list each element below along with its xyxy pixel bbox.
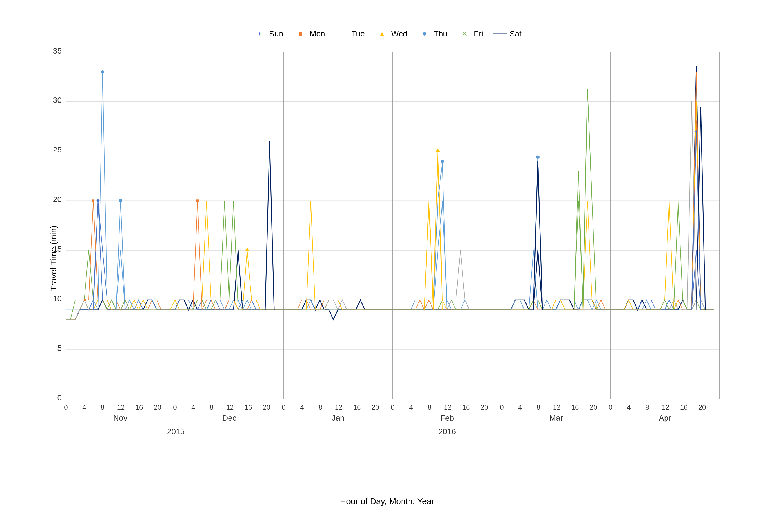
svg-text:Dec: Dec <box>222 414 236 422</box>
svg-text:10: 10 <box>53 294 62 303</box>
svg-text:0: 0 <box>64 404 67 411</box>
line-sun <box>66 157 714 320</box>
svg-line-102 <box>579 171 583 310</box>
legend-item-mon: Mon <box>293 29 325 38</box>
svg-text:16: 16 <box>680 404 688 411</box>
svg-line-95 <box>438 151 442 310</box>
svg-text:0: 0 <box>57 393 62 402</box>
svg-text:4: 4 <box>191 404 195 411</box>
line-thu <box>66 72 714 310</box>
svg-text:20: 20 <box>154 404 162 411</box>
line-fri <box>66 89 714 320</box>
svg-text:20: 20 <box>372 404 379 411</box>
legend-item-wed: Wed <box>375 29 407 38</box>
svg-text:12: 12 <box>117 404 125 411</box>
svg-text:4: 4 <box>82 404 86 411</box>
svg-text:16: 16 <box>136 404 143 411</box>
svg-line-100 <box>538 161 542 310</box>
legend-label-thu: Thu <box>434 29 447 38</box>
svg-text:12: 12 <box>226 404 234 411</box>
main-chart-svg: 35 30 25 20 15 10 5 0 0 4 8 12 16 <box>49 47 725 470</box>
svg-line-117 <box>116 201 121 310</box>
svg-line-118 <box>121 201 125 310</box>
svg-text:20: 20 <box>53 195 62 203</box>
svg-text:8: 8 <box>101 404 104 411</box>
legend-item-sat: Sat <box>493 29 521 38</box>
chart-legend: Sun Mon Tue Wed <box>49 29 725 38</box>
svg-text:Nov: Nov <box>113 414 127 422</box>
svg-text:Apr: Apr <box>659 414 671 422</box>
svg-text:Mar: Mar <box>549 414 563 422</box>
svg-text:4: 4 <box>300 404 304 411</box>
x-axis-label: Hour of Day, Month, Year <box>340 496 434 506</box>
svg-text:0: 0 <box>391 404 394 411</box>
svg-line-93 <box>433 151 438 310</box>
svg-text:20: 20 <box>481 404 488 411</box>
svg-text:8: 8 <box>645 404 649 411</box>
chart-container: Sun Mon Tue Wed <box>15 12 748 520</box>
svg-text:16: 16 <box>462 404 470 411</box>
svg-rect-83 <box>196 199 199 202</box>
svg-line-103 <box>583 89 588 310</box>
svg-text:16: 16 <box>571 404 579 411</box>
svg-line-92 <box>429 201 433 310</box>
svg-text:0: 0 <box>500 404 503 411</box>
legend-item-fri: Fri <box>458 29 483 38</box>
svg-text:16: 16 <box>353 404 361 411</box>
svg-rect-81 <box>92 199 94 202</box>
svg-text:35: 35 <box>53 47 62 55</box>
svg-line-86 <box>270 142 274 310</box>
line-tue <box>66 250 714 320</box>
svg-text:4: 4 <box>518 404 522 411</box>
svg-text:8: 8 <box>536 404 540 411</box>
svg-line-99 <box>533 161 538 310</box>
svg-rect-3 <box>299 32 302 36</box>
legend-label-sun: Sun <box>269 29 283 38</box>
legend-item-thu: Thu <box>418 29 447 38</box>
svg-text:12: 12 <box>444 404 452 411</box>
legend-label-tue: Tue <box>352 29 365 38</box>
svg-marker-1 <box>259 32 261 36</box>
svg-text:30: 30 <box>53 96 62 105</box>
svg-text:20: 20 <box>699 404 706 411</box>
svg-text:12: 12 <box>662 404 670 411</box>
svg-line-85 <box>265 142 270 310</box>
svg-marker-84 <box>245 248 249 251</box>
line-mon <box>66 72 714 320</box>
y-axis-label: Travel Time (min) <box>49 225 58 291</box>
chart-area: Travel Time (min) Hour of Day, Month, Ye… <box>49 47 725 470</box>
svg-text:2015: 2015 <box>167 427 184 436</box>
svg-text:0: 0 <box>282 404 285 411</box>
legend-item-sun: Sun <box>253 29 283 38</box>
legend-label-mon: Mon <box>310 29 325 38</box>
svg-text:8: 8 <box>427 404 431 411</box>
svg-line-91 <box>424 201 429 310</box>
svg-text:5: 5 <box>57 344 62 352</box>
svg-line-90 <box>442 161 447 310</box>
legend-label-sat: Sat <box>510 29 521 38</box>
svg-point-8 <box>423 32 426 36</box>
svg-text:12: 12 <box>553 404 561 411</box>
svg-text:0: 0 <box>608 404 612 411</box>
svg-text:8: 8 <box>318 404 322 411</box>
svg-text:Jan: Jan <box>332 414 344 422</box>
svg-text:8: 8 <box>210 404 213 411</box>
svg-text:4: 4 <box>409 404 413 411</box>
svg-text:4: 4 <box>627 404 631 411</box>
svg-text:2016: 2016 <box>438 427 456 436</box>
svg-text:12: 12 <box>335 404 343 411</box>
svg-text:0: 0 <box>173 404 177 411</box>
svg-line-101 <box>574 171 579 310</box>
svg-line-109 <box>701 107 705 310</box>
legend-item-tue: Tue <box>335 29 365 38</box>
svg-text:20: 20 <box>263 404 271 411</box>
svg-rect-82 <box>84 299 86 301</box>
legend-label-wed: Wed <box>391 29 407 38</box>
svg-line-104 <box>588 89 592 201</box>
svg-text:20: 20 <box>590 404 597 411</box>
svg-text:25: 25 <box>53 146 62 154</box>
line-wed <box>66 101 714 320</box>
svg-text:16: 16 <box>245 404 252 411</box>
line-sat <box>66 66 714 320</box>
legend-label-fri: Fri <box>474 29 483 38</box>
